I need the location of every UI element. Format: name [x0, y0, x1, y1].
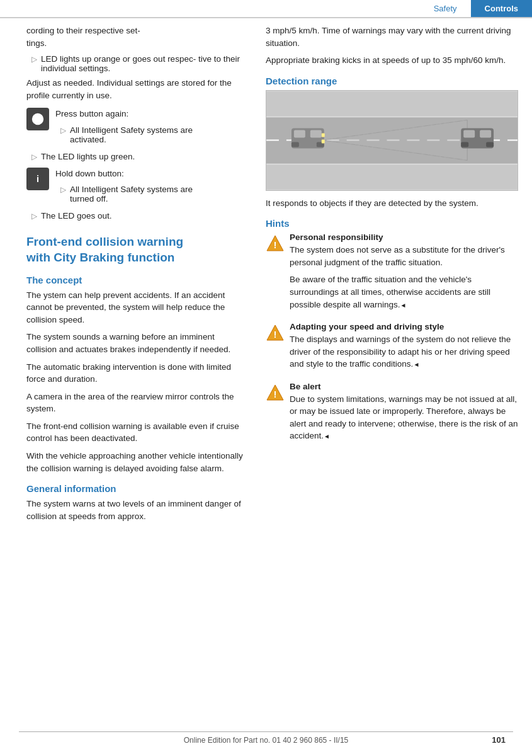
arrow-icon: ▷ [60, 185, 66, 194]
tab-safety[interactable]: Safety [420, 0, 471, 17]
arrow-icon: ▷ [60, 126, 66, 135]
braking-para: Appropriate braking kicks in at speeds o… [266, 54, 518, 67]
svg-rect-20 [480, 130, 491, 137]
hint1-extra: Be aware of the traffic situation and th… [290, 273, 518, 311]
hint3-text: Due to system limitations, warnings may … [290, 393, 518, 442]
svg-rect-17 [322, 139, 325, 143]
hint3-title: Be alert [290, 382, 518, 391]
press-arrow1-item: ▷ All Intelligent Safety systems areacti… [60, 125, 193, 144]
back-triangle3: ◄ [324, 433, 330, 440]
arrow-icon: ▷ [31, 55, 37, 64]
svg-text:!: ! [274, 239, 277, 250]
hint1: ! Personal responsibility The system doe… [266, 232, 518, 316]
detection-title: Detection range [266, 76, 518, 86]
page-content: cording to their respective set-tings. ▷… [0, 18, 532, 527]
press-button-box: i Press button again: ▷ All Intelligent … [26, 108, 247, 148]
svg-rect-21 [461, 142, 468, 147]
led-green-item: ▷ The LED lights up green. [31, 152, 247, 161]
gen-info-title: General information [26, 483, 247, 494]
hint2-text: The displays and warnings of the system … [290, 333, 518, 370]
detection-caption: It responds to objects if they are detec… [266, 197, 518, 210]
tab-controls[interactable]: Controls [471, 0, 532, 17]
svg-rect-22 [486, 142, 494, 147]
svg-rect-13 [310, 130, 322, 137]
footer-text: Online Edition for Part no. 01 40 2 960 … [184, 736, 349, 745]
press-arrow1-text: All Intelligent Safety systems areactiva… [70, 125, 193, 144]
concept-para4: A camera in the area of the rearview mir… [26, 391, 247, 415]
concept-para3: The automatic braking intervention is do… [26, 361, 247, 386]
svg-rect-14 [291, 142, 299, 147]
adjust-para: Adjust as needed. Individual settings ar… [26, 77, 247, 101]
warning-triangle-icon1: ! [266, 234, 285, 253]
arrow-icon: ▷ [31, 152, 37, 161]
led-item-text: LED lights up orange or goes out respec-… [41, 54, 247, 73]
page-footer: Online Edition for Part no. 01 40 2 960 … [0, 731, 532, 745]
right-column: 3 mph/5 km/h. Time of warnings may vary … [258, 25, 532, 527]
hint3-content: Be alert Due to system limitations, warn… [290, 382, 518, 447]
warning-triangle-icon2: ! [266, 323, 285, 342]
led-green-text: The LED lights up green. [41, 152, 135, 161]
press-button-content: Press button again: ▷ All Intelligent Sa… [55, 108, 193, 148]
main-section-title: Front-end collision warning with City Br… [26, 234, 247, 265]
hold-arrow1-text: All Intelligent Safety systems areturned… [70, 185, 193, 203]
concept-para2: The system sounds a warning before an im… [26, 331, 247, 355]
led-out-item: ▷ The LED goes out. [31, 211, 247, 220]
hint3: ! Be alert Due to system limitations, wa… [266, 382, 518, 447]
concept-para1: The ystem can help prevent accidents. If… [26, 289, 247, 326]
concept-title: The concept [26, 275, 247, 285]
speed-para: 3 mph/5 km/h. Time of warnings may vary … [266, 25, 518, 49]
footer-divider [19, 731, 513, 732]
back-triangle2: ◄ [413, 361, 419, 368]
svg-text:i: i [37, 114, 39, 124]
led-out-text: The LED goes out. [41, 211, 112, 220]
page-number: 101 [492, 735, 506, 745]
concept-para6: With the vehicle approaching another veh… [26, 450, 247, 474]
svg-text:i: i [37, 173, 39, 183]
header-tabs: Safety Controls [0, 0, 532, 18]
svg-text:!: ! [274, 329, 277, 340]
warning-triangle-icon3: ! [266, 383, 285, 402]
hold-button-box: i Hold down button: ▷ All Intelligent Sa… [26, 168, 247, 208]
svg-rect-12 [294, 130, 305, 137]
svg-text:!: ! [274, 389, 277, 399]
left-column: cording to their respective set-tings. ▷… [0, 25, 258, 527]
info-button-icon: i [26, 108, 49, 130]
concept-para5: The front-end collision warning is avail… [26, 420, 247, 445]
hold-button-label: Hold down button: [55, 168, 193, 180]
detection-range-image [266, 90, 518, 191]
hint1-title: Personal responsibility [290, 232, 518, 242]
arrow-icon: ▷ [31, 212, 37, 220]
back-triangle1: ◄ [400, 302, 407, 309]
hold-button-content: Hold down button: ▷ All Intelligent Safe… [55, 168, 193, 208]
hint1-content: Personal responsibility The system does … [290, 232, 518, 316]
hint2-content: Adapting your speed and driving style Th… [290, 322, 518, 375]
svg-rect-16 [322, 133, 325, 137]
press-button-label: Press button again: [55, 108, 193, 120]
gen-info-para1: The system warns at two levels of an imm… [26, 498, 247, 522]
hint2: ! Adapting your speed and driving style … [266, 322, 518, 375]
svg-rect-19 [463, 130, 475, 137]
info-button-icon2: i [26, 168, 49, 190]
hint1-text: The system does not serve as a substi­tu… [290, 244, 518, 268]
intro-para1: cording to their respective set-tings. [26, 25, 247, 49]
hold-arrow1-item: ▷ All Intelligent Safety systems areturn… [60, 185, 193, 203]
hints-title: Hints [266, 218, 518, 229]
led-item: ▷ LED lights up orange or goes out respe… [31, 54, 247, 73]
hint2-title: Adapting your speed and driving style [290, 322, 518, 331]
